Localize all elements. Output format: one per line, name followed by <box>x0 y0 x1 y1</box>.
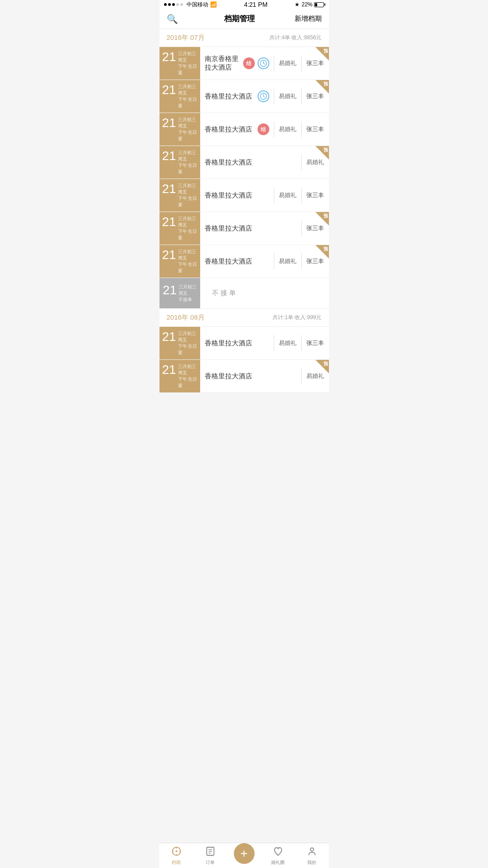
date-number: 21 <box>162 363 176 376</box>
status-left: 中国移动 📶 <box>164 1 217 9</box>
content-area: 2016年 07月 共计:4单 收入:9856元 21 三月初三 周五 下午 生… <box>160 29 329 418</box>
event-venue: 香格里拉大酒店 <box>205 191 269 200</box>
pre-badge-label: 预 <box>324 81 328 87</box>
date-day: 周五 <box>178 337 187 343</box>
event-venue: 香格里拉大酒店 <box>205 339 269 348</box>
date-info: 三月初三 周五 下午 生日宴 <box>178 183 197 208</box>
date-day: 周五 <box>178 90 187 96</box>
date-number: 21 <box>163 284 177 297</box>
divider-1 <box>301 368 302 384</box>
event-venue: 香格里拉大酒店 <box>205 125 255 134</box>
event-row-e7[interactable]: 21 三月初三 周五 下午 生日宴 香格里拉大酒店易婚礼张三丰 预 <box>160 245 329 278</box>
status-time: 4:21 PM <box>244 1 267 8</box>
event-company: 易婚礼 <box>279 59 297 67</box>
date-lunar: 三月初三 <box>178 216 196 222</box>
divider-1 <box>274 253 274 269</box>
event-company: 易婚礼 <box>279 191 297 199</box>
header: 🔍 档期管理 新增档期 <box>160 9 329 29</box>
divider-1 <box>274 121 274 137</box>
date-lunar: 三月初三 <box>178 363 196 370</box>
event-venue: 香格里拉大酒店 <box>205 224 297 233</box>
divider-1 <box>274 88 274 104</box>
divider-2 <box>301 187 302 203</box>
event-row-e4[interactable]: 21 三月初三 周五 下午 生日宴 香格里拉大酒店易婚礼 预 <box>160 146 329 179</box>
event-row-e6[interactable]: 21 三月初三 周五 下午 生日宴 香格里拉大酒店张三丰 预 <box>160 212 329 245</box>
search-icon[interactable]: 🔍 <box>167 14 178 24</box>
date-day: 周五 <box>178 189 187 195</box>
divider-2 <box>301 121 302 137</box>
divider-2 <box>301 88 302 104</box>
pre-badge-label: 预 <box>324 147 328 153</box>
bluetooth-icon: ★ <box>295 1 300 8</box>
battery-fill <box>315 3 317 6</box>
date-extra: 下午 生日宴 <box>178 129 197 142</box>
date-extra: 下午 生日宴 <box>178 376 197 389</box>
date-badge: 21 三月初三 周五 下午 生日宴 <box>160 113 200 146</box>
status-jie-badge: 结 <box>243 57 255 69</box>
divider-2 <box>301 335 302 351</box>
date-extra: 下午 生日宴 <box>178 96 197 109</box>
pre-badge-label: 预 <box>324 213 328 219</box>
event-body: 香格里拉大酒店易婚礼张三丰 <box>200 179 329 212</box>
signal-dot-1 <box>164 3 167 6</box>
event-venue: 香格里拉大酒店 <box>205 158 297 167</box>
event-row-e3[interactable]: 21 三月初三 周五 下午 生日宴 香格里拉大酒店结易婚礼张三丰 <box>160 113 329 146</box>
date-info: 三月初三 周五 下午 生日宴 <box>178 84 197 109</box>
svg-line-5 <box>263 96 265 97</box>
event-row-e2[interactable]: 21 三月初三 周五 下午 生日宴 香格里拉大酒店 易婚礼张三丰 <box>160 80 329 113</box>
status-jie-badge: 结 <box>258 123 269 135</box>
date-badge: 21 三月初三 周五 下午 生日宴 <box>160 327 200 359</box>
event-venue: 香格里拉大酒店 <box>205 372 297 381</box>
date-info: 三月初三 周五 下午 生日宴 <box>178 150 197 175</box>
event-body: 香格里拉大酒店易婚礼 预 <box>200 146 329 179</box>
month-stats: 共计:1单 收入:999元 <box>272 314 322 321</box>
date-badge: 21 三月初三 周五 下午 生日宴 <box>160 47 200 80</box>
date-info: 三月初三 周五 下午 生日宴 <box>178 363 197 389</box>
month-header-aug2016: 2016年 08月 共计:1单 收入:999元 <box>160 309 329 327</box>
event-body: 南京香格里拉大酒店结 易婚礼张三丰 预 <box>200 47 329 80</box>
date-number: 21 <box>162 51 176 63</box>
date-day: 周五 <box>178 123 187 129</box>
status-time-badge <box>258 90 269 102</box>
divider-1 <box>274 335 274 351</box>
date-info: 三月初三 周五 下午 生日宴 <box>178 216 197 241</box>
month-title: 2016年 08月 <box>167 313 205 322</box>
date-badge: 21 三月初三 周五 下午 生日宴 <box>160 146 200 179</box>
event-body: 香格里拉大酒店张三丰 预 <box>200 212 329 245</box>
add-schedule-button[interactable]: 新增档期 <box>286 14 322 23</box>
event-body: 香格里拉大酒店结易婚礼张三丰 <box>200 113 329 146</box>
event-row-e10[interactable]: 21 三月初三 周五 下午 生日宴 香格里拉大酒店易婚礼 预 <box>160 360 329 393</box>
event-row-e9[interactable]: 21 三月初三 周五 下午 生日宴 香格里拉大酒店易婚礼张三丰 <box>160 327 329 360</box>
event-row-e8[interactable]: 21 三月初三 周五 不接单 不 接 单 <box>160 278 329 309</box>
date-lunar: 三月初三 <box>178 183 196 189</box>
divider-1 <box>274 187 274 203</box>
battery-percent: 22% <box>301 1 312 8</box>
event-venue: 香格里拉大酒店 <box>205 92 255 101</box>
signal-dot-2 <box>168 3 171 6</box>
date-badge: 21 三月初三 周五 下午 生日宴 <box>160 245 200 278</box>
date-badge: 21 三月初三 周五 下午 生日宴 <box>160 212 200 245</box>
date-number: 21 <box>162 330 176 343</box>
event-venue: 南京香格里拉大酒店 <box>205 55 240 72</box>
header-left[interactable]: 🔍 <box>167 14 194 24</box>
date-extra: 下午 生日宴 <box>178 162 197 175</box>
event-row-e1[interactable]: 21 三月初三 周五 下午 生日宴 南京香格里拉大酒店结 易婚礼张三丰 <box>160 47 329 80</box>
event-company: 易婚礼 <box>279 92 297 100</box>
event-body: 不 接 单 <box>200 278 329 308</box>
signal-dot-4 <box>176 3 179 6</box>
wifi-icon: 📶 <box>210 1 217 8</box>
date-info: 三月初三 周五 不接单 <box>178 284 197 303</box>
month-title: 2016年 07月 <box>167 33 205 42</box>
event-person: 张三丰 <box>306 191 324 199</box>
event-row-e5[interactable]: 21 三月初三 周五 下午 生日宴 香格里拉大酒店易婚礼张三丰 <box>160 179 329 212</box>
pre-badge-label: 预 <box>324 246 328 252</box>
date-extra: 不接单 <box>178 297 192 303</box>
date-info: 三月初三 周五 下午 生日宴 <box>178 117 197 142</box>
date-info: 三月初三 周五 下午 生日宴 <box>178 249 197 274</box>
date-day: 周五 <box>178 370 187 376</box>
date-lunar: 三月初三 <box>178 84 196 90</box>
event-company: 易婚礼 <box>279 339 297 347</box>
date-badge: 21 三月初三 周五 下午 生日宴 <box>160 360 200 392</box>
date-number: 21 <box>162 150 176 162</box>
battery-icon <box>314 2 324 7</box>
